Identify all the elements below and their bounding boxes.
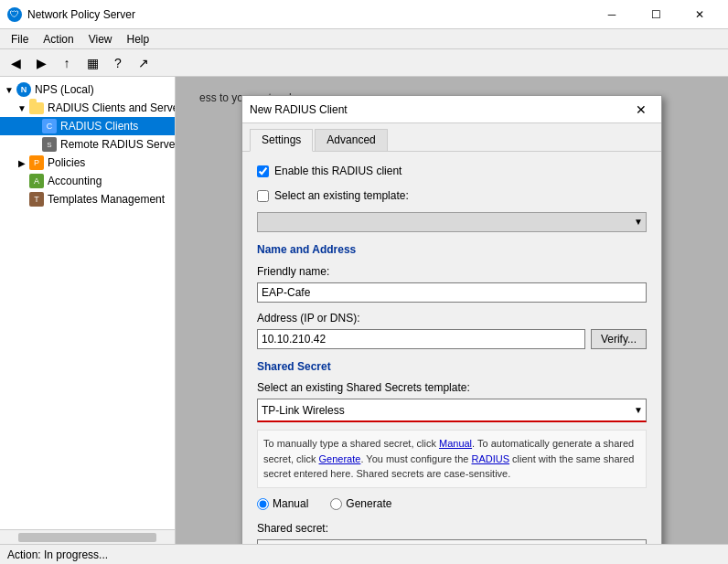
title-bar: 🛡 Network Policy Server ─ ☐ ✕ [0,0,728,29]
toolbar: ◀ ▶ ↑ ▦ ? ↗ [0,49,728,77]
shared-secret-section-title: Shared Secret [257,358,647,376]
expand-radius: ▼ [16,102,27,113]
remote-radius-label: Remote RADIUS Serve [60,138,175,151]
accounting-icon: A [29,174,44,188]
minimize-button[interactable]: ─ [591,0,633,29]
menu-bar: File Action View Help [0,29,728,49]
name-address-section-title: Name and Address [257,241,647,259]
friendly-name-input[interactable] [257,282,647,303]
shared-secret-label: Shared secret: [257,520,647,537]
templates-icon: T [29,192,44,207]
sidebar-item-remote-radius[interactable]: S Remote RADIUS Serve [0,135,175,154]
back-button[interactable]: ◀ [4,52,27,74]
manual-link: Manual [439,438,472,449]
dialog-close-button[interactable]: ✕ [628,100,654,120]
select-template-checkbox[interactable] [257,190,269,202]
radius-link: RADIUS [471,453,509,464]
manual-radio[interactable] [257,498,269,510]
select-template-label: Select an existing Shared Secrets templa… [257,379,647,397]
main-panel: ess to your network. New RADIUS Client ✕ [176,77,728,544]
app-icon: 🛡 [7,7,22,22]
sidebar-item-nps-local[interactable]: ▼ N NPS (Local) [0,80,175,99]
menu-help[interactable]: Help [120,31,157,48]
sidebar: ▼ N NPS (Local) ▼ RADIUS Clients and Ser… [0,77,176,544]
sidebar-scrollbar[interactable] [0,529,175,544]
manual-label: Manual [273,495,308,513]
enable-radius-checkbox[interactable] [257,165,269,177]
maximize-button[interactable]: ☐ [635,0,677,29]
remote-server-icon: S [42,137,57,152]
enable-checkbox-row: Enable this RADIUS client [257,163,647,180]
expand-accounting [16,176,27,186]
menu-view[interactable]: View [81,31,120,48]
sidebar-item-radius-clients[interactable]: C RADIUS Clients [0,117,175,135]
radio-row: Manual Generate [257,495,647,513]
generate-option: Generate [330,495,391,513]
scroll-thumb [18,533,156,542]
nps-local-label: NPS (Local) [35,83,94,96]
nps-icon: N [16,82,31,97]
radius-folder-icon [29,101,44,115]
shared-secret-info-text: To manually type a shared secret, click … [257,430,647,488]
shared-secret-dropdown-wrapper: TP-Link Wireless ▼ [257,399,647,422]
verify-button[interactable]: Verify... [591,329,647,349]
close-button[interactable]: ✕ [679,0,721,29]
new-radius-client-dialog: New RADIUS Client ✕ Settings Advanced [241,95,662,544]
export-button[interactable]: ↗ [132,52,155,74]
sidebar-item-policies[interactable]: ▶ P Policies [0,154,175,172]
manual-option: Manual [257,495,308,513]
clients-icon: C [42,119,57,133]
friendly-name-label: Friendly name: [257,263,647,281]
dialog-title: New RADIUS Client [250,103,628,116]
sidebar-item-accounting[interactable]: A Accounting [0,172,175,190]
window-controls: ─ ☐ ✕ [591,0,721,29]
up-button[interactable]: ↑ [55,52,79,74]
status-bar: Action: In progress... [0,544,728,564]
dialog-title-bar: New RADIUS Client ✕ [242,96,661,123]
main-window: 🛡 Network Policy Server ─ ☐ ✕ File Actio… [0,0,728,564]
menu-action[interactable]: Action [36,31,80,48]
template-dropdown[interactable] [257,212,647,232]
expand-nps-local: ▼ [4,84,15,95]
address-input[interactable] [257,329,585,349]
generate-link: Generate [319,453,361,464]
template-dropdown-wrapper: ▼ [257,212,647,232]
sidebar-item-radius-clients-servers[interactable]: ▼ RADIUS Clients and Serve [0,99,175,117]
dialog-tabs: Settings Advanced [242,123,661,152]
dialog-overlay: New RADIUS Client ✕ Settings Advanced [176,77,728,544]
generate-label: Generate [346,495,391,513]
policies-label: Policies [48,156,85,169]
template-checkbox-row: Select an existing template: [257,187,647,205]
dialog-body: Enable this RADIUS client Select an exis… [242,152,661,544]
radius-clients-label: RADIUS Clients [60,120,138,133]
shared-secret-input[interactable] [257,539,647,544]
address-row: Verify... [257,329,647,349]
tab-settings[interactable]: Settings [250,129,313,152]
menu-file[interactable]: File [4,31,36,48]
radius-clients-servers-label: RADIUS Clients and Serve [48,101,175,114]
expand-clients [29,121,40,132]
policies-icon: P [29,155,44,170]
enable-radius-label: Enable this RADIUS client [274,163,401,180]
show-hide-button[interactable]: ▦ [80,52,104,74]
generate-radio[interactable] [330,498,342,510]
sidebar-tree: ▼ N NPS (Local) ▼ RADIUS Clients and Ser… [0,77,175,529]
sidebar-item-templates[interactable]: T Templates Management [0,190,175,208]
expand-templates [16,194,27,205]
status-text: Action: In progress... [7,548,108,561]
shared-secret-template-dropdown[interactable]: TP-Link Wireless [257,399,647,422]
forward-button[interactable]: ▶ [29,52,53,74]
address-label: Address (IP or DNS): [257,310,647,327]
window-title: Network Policy Server [27,8,591,21]
tab-advanced[interactable]: Advanced [315,129,387,151]
content-area: ▼ N NPS (Local) ▼ RADIUS Clients and Ser… [0,77,728,544]
expand-policies: ▶ [16,157,27,168]
templates-label: Templates Management [48,193,165,206]
help-toolbar-button[interactable]: ? [106,52,130,74]
template-checkbox-label: Select an existing template: [274,187,409,205]
expand-remote [29,139,40,150]
accounting-label: Accounting [48,175,102,187]
